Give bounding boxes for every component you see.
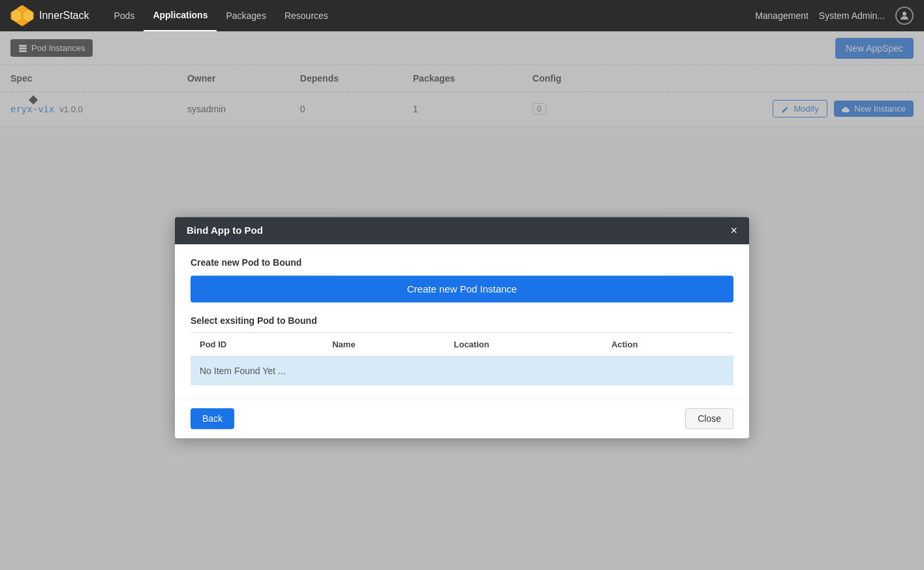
svg-marker-2 <box>11 9 22 22</box>
nav-packages[interactable]: Packages <box>217 0 275 31</box>
navbar: InnerStack Pods Applications Packages Re… <box>0 0 924 31</box>
select-existing-label: Select exsiting Pod to Bound <box>191 315 733 326</box>
pod-col-action: Action <box>602 332 733 356</box>
close-button[interactable]: Close <box>685 408 733 429</box>
nav-links: Pods Applications Packages Resources <box>104 0 755 31</box>
pod-table: Pod ID Name Location Action No Item Foun… <box>191 332 733 385</box>
pod-col-location: Location <box>445 332 602 356</box>
back-button[interactable]: Back <box>191 408 234 429</box>
pod-table-header: Pod ID Name Location Action <box>191 332 733 356</box>
no-item-row: No Item Found Yet ... <box>191 356 733 385</box>
logo-icon <box>10 4 34 27</box>
pod-col-id: Pod ID <box>191 332 323 356</box>
pod-table-body: No Item Found Yet ... <box>191 356 733 385</box>
no-item-text: No Item Found Yet ... <box>191 356 733 385</box>
page-area: Pod Instances New AppSpec Spec Owner Dep… <box>0 31 924 570</box>
svg-point-4 <box>902 12 906 16</box>
nav-pods[interactable]: Pods <box>104 0 144 31</box>
user-avatar-icon[interactable] <box>895 7 914 25</box>
sysadmin-link[interactable]: System Admin... <box>819 10 885 21</box>
brand: InnerStack <box>10 4 89 27</box>
nav-right: Management System Admin... <box>755 7 914 25</box>
create-pod-instance-button[interactable]: Create new Pod Instance <box>191 276 733 302</box>
pod-col-name: Name <box>323 332 444 356</box>
svg-marker-3 <box>23 9 33 22</box>
nav-applications[interactable]: Applications <box>144 0 217 31</box>
modal-footer: Back Close <box>175 398 749 438</box>
modal-body: Create new Pod to Bound Create new Pod I… <box>175 244 749 398</box>
modal-header: Bind App to Pod × <box>175 217 749 244</box>
management-link[interactable]: Management <box>755 10 808 21</box>
modal-title: Bind App to Pod <box>187 225 263 236</box>
modal-close-button[interactable]: × <box>730 225 737 236</box>
create-new-label: Create new Pod to Bound <box>191 257 733 268</box>
brand-name: InnerStack <box>39 10 89 22</box>
nav-resources[interactable]: Resources <box>275 0 337 31</box>
bind-app-modal: Bind App to Pod × Create new Pod to Boun… <box>175 217 749 438</box>
